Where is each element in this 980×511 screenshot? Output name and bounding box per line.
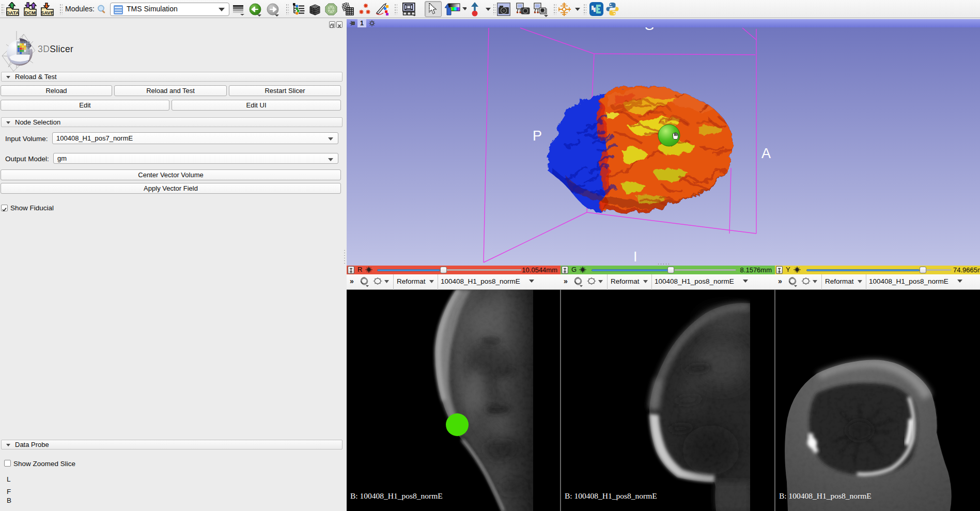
svg-text:B: 100408_H1_pos8_normE: B: 100408_H1_pos8_normE <box>350 491 443 500</box>
svg-text:DATA: DATA <box>6 10 19 16</box>
svg-text:P: P <box>533 128 542 144</box>
svg-text:SAVE: SAVE <box>41 10 54 16</box>
svg-text:B: 100408_H1_pos8_normE: B: 100408_H1_pos8_normE <box>779 491 872 500</box>
svg-text:B: 100408_H1_pos8_normE: B: 100408_H1_pos8_normE <box>565 491 657 500</box>
svg-text:A: A <box>761 146 771 161</box>
svg-text:I: I <box>633 249 637 265</box>
svg-text:DCM: DCM <box>25 10 36 16</box>
